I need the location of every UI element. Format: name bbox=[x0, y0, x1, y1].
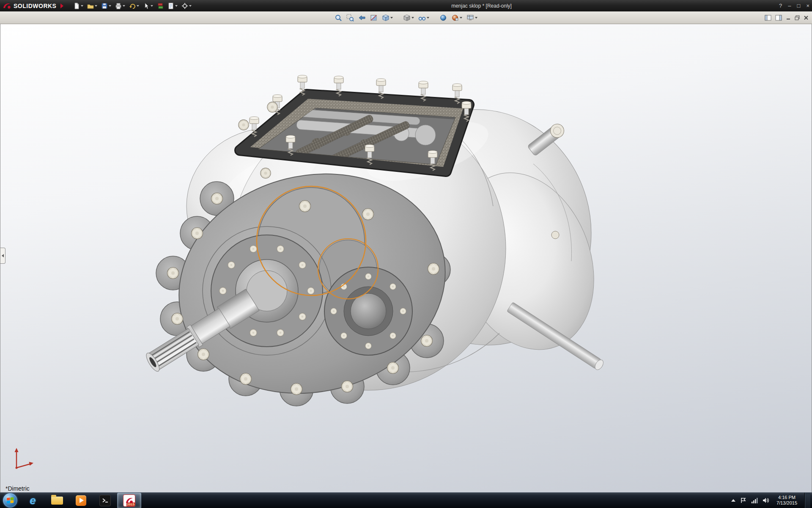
dropdown-caret[interactable] bbox=[189, 5, 192, 7]
new-document-icon bbox=[73, 3, 80, 9]
render-tools-button[interactable] bbox=[156, 1, 165, 11]
taskbar-item-media-player[interactable] bbox=[69, 493, 93, 508]
dropdown-caret[interactable] bbox=[427, 17, 429, 19]
document-window-controls bbox=[765, 11, 809, 24]
action-center-flag-icon[interactable] bbox=[740, 497, 746, 503]
taskbar-item-command-prompt[interactable] bbox=[93, 493, 117, 508]
print-icon bbox=[115, 3, 122, 9]
save-button[interactable] bbox=[100, 1, 112, 11]
pane-right-button[interactable] bbox=[775, 15, 782, 21]
pane-right-icon bbox=[775, 15, 782, 21]
zoom-to-area-button[interactable] bbox=[345, 13, 355, 23]
title-bar: SOLIDWORKS bbox=[0, 0, 812, 11]
doc-restore-icon bbox=[795, 15, 800, 20]
dropdown-caret[interactable] bbox=[411, 17, 414, 19]
glasses-icon bbox=[418, 14, 426, 22]
previous-view-icon bbox=[358, 14, 366, 22]
network-icon[interactable] bbox=[751, 498, 758, 503]
apply-scene-button[interactable] bbox=[450, 13, 464, 23]
display-style-icon bbox=[403, 14, 411, 22]
dropdown-caret[interactable] bbox=[123, 5, 125, 7]
file-properties-button[interactable] bbox=[166, 1, 179, 11]
display-style-button[interactable] bbox=[402, 13, 415, 23]
taskbar-item-solidworks[interactable]: 2015 bbox=[117, 493, 141, 508]
folder-icon bbox=[51, 497, 63, 505]
tray-expand-icon[interactable] bbox=[731, 499, 735, 502]
graphics-area[interactable]: *Dimetric bbox=[0, 24, 812, 492]
dropdown-caret[interactable] bbox=[81, 5, 83, 7]
view-orientation-cube-icon bbox=[382, 14, 390, 22]
screen: { "app": { "brand": "SOLIDWORKS", "windo… bbox=[0, 0, 812, 508]
solidworks-logo[interactable]: SOLIDWORKS bbox=[0, 2, 63, 10]
collapse-arrow-icon bbox=[2, 254, 4, 257]
solidworks-app-icon: 2015 bbox=[123, 494, 135, 507]
bearing-cover-left[interactable] bbox=[211, 235, 323, 347]
save-icon bbox=[101, 3, 108, 9]
collapsed-pane-tab[interactable] bbox=[0, 248, 5, 264]
dropdown-caret[interactable] bbox=[109, 5, 111, 7]
zoom-to-fit-button[interactable] bbox=[333, 13, 343, 23]
reference-triad bbox=[15, 448, 34, 469]
heads-up-view-toolbar bbox=[333, 11, 479, 24]
dropdown-caret[interactable] bbox=[137, 5, 139, 7]
doc-restore-button[interactable] bbox=[795, 15, 800, 20]
print-button[interactable] bbox=[114, 1, 126, 11]
cursor-icon bbox=[143, 3, 150, 9]
side-plug[interactable] bbox=[551, 231, 559, 239]
view-settings-button[interactable] bbox=[465, 13, 479, 23]
file-properties-icon bbox=[167, 3, 174, 9]
dropdown-caret[interactable] bbox=[460, 17, 462, 19]
options-gear-icon bbox=[181, 3, 188, 9]
open-folder-icon bbox=[87, 3, 94, 9]
taskbar-clock[interactable]: 4:16 PM 7/13/2015 bbox=[774, 495, 800, 506]
taskbar-item-internet-explorer[interactable]: e bbox=[21, 493, 45, 508]
scene-sphere-icon bbox=[451, 14, 459, 22]
undo-button[interactable] bbox=[128, 1, 140, 11]
previous-view-button[interactable] bbox=[357, 13, 367, 23]
maximize-button[interactable]: □ bbox=[797, 3, 801, 9]
top-cover-opening[interactable] bbox=[239, 75, 471, 172]
dropdown-caret[interactable] bbox=[475, 17, 477, 19]
volume-icon[interactable] bbox=[763, 497, 769, 503]
view-orientation-label: *Dimetric bbox=[5, 485, 30, 492]
minimize-button[interactable]: – bbox=[788, 3, 791, 9]
gearbox-model[interactable] bbox=[0, 24, 812, 492]
pane-left-button[interactable] bbox=[765, 15, 771, 21]
appearance-sphere-icon bbox=[439, 14, 447, 22]
select-button[interactable] bbox=[142, 1, 154, 11]
media-player-icon bbox=[76, 495, 86, 506]
view-settings-icon bbox=[466, 14, 474, 22]
taskbar: e 2015 bbox=[0, 492, 812, 508]
undo-icon bbox=[129, 3, 136, 9]
help-button[interactable]: ? bbox=[779, 3, 782, 9]
dropdown-caret[interactable] bbox=[175, 5, 178, 7]
edit-appearance-button[interactable] bbox=[438, 13, 448, 23]
toolbar-strip bbox=[0, 11, 812, 24]
doc-minimize-button[interactable] bbox=[786, 15, 791, 20]
new-document-button[interactable] bbox=[72, 1, 85, 11]
taskbar-item-windows-explorer[interactable] bbox=[45, 493, 69, 508]
clock-time: 4:16 PM bbox=[776, 495, 797, 500]
start-button[interactable] bbox=[3, 493, 17, 508]
bearing-cover-right[interactable] bbox=[324, 267, 412, 355]
hide-show-items-button[interactable] bbox=[417, 13, 431, 23]
options-button[interactable] bbox=[180, 1, 193, 11]
dropdown-caret[interactable] bbox=[151, 5, 153, 7]
dropdown-caret[interactable] bbox=[390, 17, 393, 19]
open-button[interactable] bbox=[86, 1, 99, 11]
view-orientation-button[interactable] bbox=[381, 13, 394, 23]
dropdown-caret[interactable] bbox=[95, 5, 97, 7]
main-toolbar bbox=[72, 0, 193, 11]
render-tools-icon bbox=[157, 3, 164, 9]
system-tray: 4:16 PM 7/13/2015 bbox=[731, 493, 812, 508]
menu-flyout-arrow[interactable] bbox=[60, 3, 63, 8]
close-button[interactable]: × bbox=[806, 3, 809, 9]
zoom-to-fit-icon bbox=[335, 14, 342, 22]
section-view-button[interactable] bbox=[369, 13, 379, 23]
doc-close-icon bbox=[804, 15, 809, 20]
show-desktop-button[interactable] bbox=[804, 493, 810, 508]
ds-logo-icon bbox=[3, 2, 11, 10]
internet-explorer-icon: e bbox=[30, 495, 36, 506]
clock-date: 7/13/2015 bbox=[776, 500, 797, 506]
doc-close-button[interactable] bbox=[804, 15, 809, 20]
